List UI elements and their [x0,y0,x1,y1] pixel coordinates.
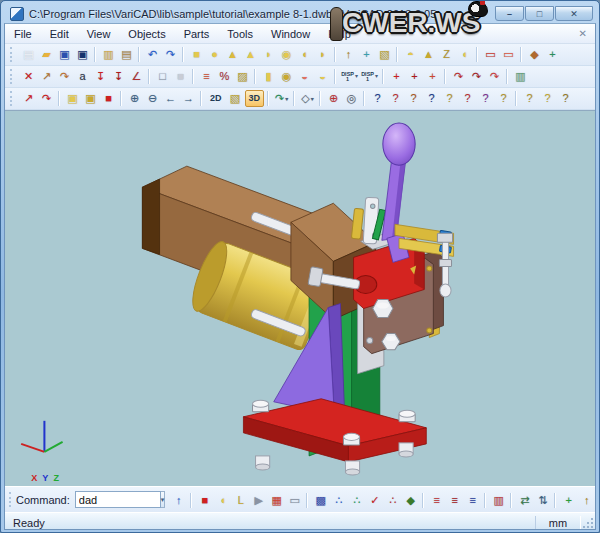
shell-icon[interactable]: ▧ [376,46,393,63]
z-profile-icon[interactable]: Z [438,46,455,63]
open-file-icon[interactable]: ▰ [38,46,55,63]
l-profile-icon[interactable]: L [232,492,249,509]
display-settings-icon[interactable]: ≡ [198,68,215,85]
view-previous-icon[interactable]: ← [162,90,179,107]
text-attribute-icon[interactable]: a [74,68,91,85]
sphere-cut-icon[interactable]: ◒ [296,68,313,85]
csys-icon[interactable]: ↗ [20,90,37,107]
pipe-junction-icon[interactable]: + [358,46,375,63]
view-solid-2-icon[interactable]: ↷ [468,68,485,85]
command-history-dropdown[interactable]: ▾ [161,491,166,508]
zoom-out-icon[interactable]: ⊖ [144,90,161,107]
boolean-subtract-icon[interactable]: ■ [196,492,213,509]
bom-list-icon[interactable]: ≡ [428,492,445,509]
frustum-icon[interactable]: ▲ [420,46,437,63]
measure-solid-icon[interactable]: ? [387,90,404,107]
assembly-structure-icon[interactable]: ▩ [312,492,329,509]
anchor-icon[interactable]: ↧ [92,68,109,85]
command-input[interactable] [75,491,161,508]
view-box-icon[interactable]: ▧ [227,90,244,107]
move-icon[interactable]: ↗ [38,68,55,85]
maximize-button[interactable]: □ [525,6,554,21]
select-box-icon[interactable]: ■ [100,90,117,107]
save-part-add-icon[interactable]: + [560,492,577,509]
transform-solid-icon[interactable]: + [424,68,441,85]
view-next-icon[interactable]: → [180,90,197,107]
info-part-icon[interactable]: ? [539,90,556,107]
render-icon[interactable]: ◆ [402,492,419,509]
extrude-icon[interactable]: ↑ [340,46,357,63]
solid-cone-icon[interactable]: ▲ [242,46,259,63]
transparency-icon[interactable]: % [216,68,233,85]
box-outline-icon[interactable]: ▭ [286,492,303,509]
edit-solid-icon[interactable]: ▨ [234,68,251,85]
save-part-up-icon[interactable]: ↑ [578,492,595,509]
measure-csys-icon[interactable]: ? [405,90,422,107]
3d-viewport[interactable]: X Y Z [5,110,595,486]
dropdown-arrow-icon[interactable]: ▾ [285,96,288,102]
bom-list-2-icon[interactable]: ≡ [446,492,463,509]
menu-file[interactable]: File [5,25,41,43]
solid-tube-icon[interactable]: ◉ [278,46,295,63]
zoom-in-icon[interactable]: ⊕ [126,90,143,107]
solid-cylinder-icon[interactable]: ● [206,46,223,63]
purge-icon[interactable]: ▥ [490,492,507,509]
info-solid-icon[interactable]: ? [521,90,538,107]
view-2d-button[interactable]: 2D [206,90,226,107]
clamp-tool-2-icon[interactable]: ▭ [500,46,517,63]
anchor-group-icon[interactable]: ↧ [110,68,127,85]
constraint-icon[interactable]: ∴ [384,492,401,509]
nut-icon[interactable]: ◉ [278,68,295,85]
section-view-icon[interactable]: ▦ [268,492,285,509]
copy-icon[interactable]: ▥ [100,46,117,63]
display-layer-1-button[interactable]: DISP 1▾ [340,68,359,85]
view-3d-button[interactable]: 3D [245,90,265,107]
paste-icon[interactable]: ▤ [118,46,135,63]
check-interference-icon[interactable]: ? [477,90,494,107]
menubar-close-icon[interactable]: ✕ [571,28,595,39]
solid-truncated-cone-icon[interactable]: ▲ [224,46,241,63]
new-file-icon[interactable]: ▤ [20,46,37,63]
model-canvas[interactable]: X Y Z [5,111,595,486]
boolean-tool-icon[interactable]: ◆ [526,46,543,63]
menu-parts[interactable]: Parts [175,25,219,43]
link-parts-2-icon[interactable]: ∴ [348,492,365,509]
menu-window[interactable]: Window [262,25,319,43]
extrude-profile-icon[interactable]: ▶ [250,492,267,509]
sphere-segment-icon[interactable]: ◓ [402,46,419,63]
close-button[interactable]: ✕ [555,6,593,21]
measure-distance-icon[interactable]: ? [369,90,386,107]
wireframe-box-icon[interactable]: □ [154,68,171,85]
reload-icon[interactable]: ⇄ [516,492,533,509]
bom-list-3-icon[interactable]: ≡ [464,492,481,509]
check-solids-icon[interactable]: ✓ [366,492,383,509]
dropdown-arrow-icon[interactable]: ▾ [355,74,358,79]
save-all-icon[interactable]: ▣ [74,46,91,63]
link-parts-icon[interactable]: ∴ [330,492,347,509]
solid-box-icon[interactable]: ■ [188,46,205,63]
solid-elbow-2-icon[interactable]: ◗ [314,46,331,63]
print-plot-icon[interactable]: ↑ [170,492,187,509]
mirror-solid-icon[interactable]: ▣ [82,90,99,107]
measure-cylinder-icon[interactable]: ? [495,90,512,107]
rotate-view-icon[interactable]: ↷▾ [273,90,290,107]
minimize-button[interactable]: – [495,6,524,21]
measure-surface-icon[interactable]: ? [441,90,458,107]
solid-elbow-icon[interactable]: ◖ [296,46,313,63]
resize-grip[interactable] [581,516,595,530]
replace-solid-icon[interactable]: + [406,68,423,85]
insert-solid-icon[interactable]: + [388,68,405,85]
zoom-window-icon[interactable]: ⊕ [325,90,342,107]
view-solid-icon[interactable]: ↷ [450,68,467,85]
clamp-tool-icon[interactable]: ▭ [482,46,499,63]
measure-volume-icon[interactable]: ? [459,90,476,107]
pipe-elbow-icon[interactable]: ◖ [214,492,231,509]
delete-icon[interactable]: ✕ [20,68,37,85]
measure-angle-icon[interactable]: ∠ [128,68,145,85]
csys-rotate-icon[interactable]: ↷ [38,90,55,107]
bolt-icon[interactable]: ▮ [260,68,277,85]
measure-path-icon[interactable]: ? [423,90,440,107]
info-assembly-icon[interactable]: ? [557,90,574,107]
menu-view[interactable]: View [78,25,120,43]
curved-slab-icon[interactable]: ◖ [456,46,473,63]
